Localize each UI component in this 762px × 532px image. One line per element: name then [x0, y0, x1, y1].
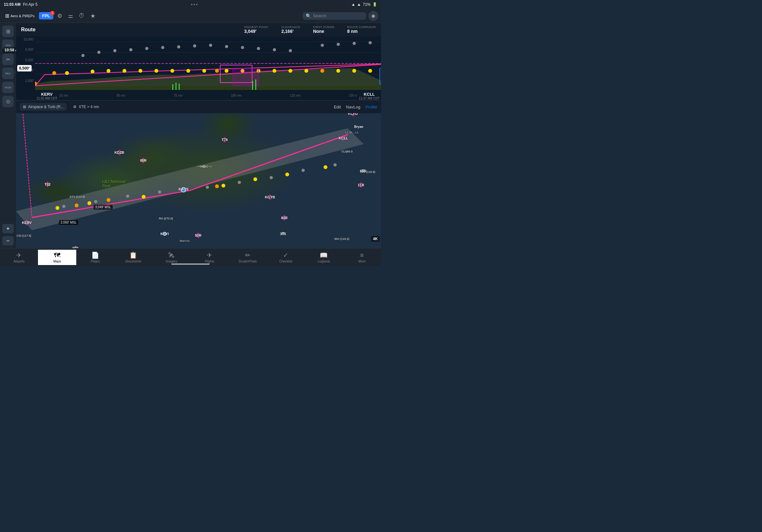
home-indicator [171, 263, 210, 265]
profile-button[interactable]: Profile [365, 104, 377, 109]
nav-documents[interactable]: 📋 Documents [114, 249, 152, 265]
zoom-in-button[interactable]: + [2, 224, 14, 233]
stat-first-strike-label: FIRST STRIKE [313, 26, 335, 29]
svg-point-71 [368, 69, 372, 73]
svg-point-41 [177, 45, 180, 48]
airport-t82[interactable]: T82 [45, 182, 49, 186]
edit-button[interactable]: Edit [334, 104, 341, 109]
svg-point-12 [269, 176, 273, 179]
y-label-8k: 8,000' [17, 48, 34, 51]
svg-point-42 [193, 44, 196, 47]
map[interactable]: ✈ 10:58 AM CDT KBBD KERV [0, 23, 381, 248]
layers-label: Aero & PIREPs [11, 14, 35, 18]
alt-label-1: 2,060' MSL [59, 220, 78, 225]
svg-point-44 [225, 45, 228, 48]
svg-point-16 [87, 201, 91, 205]
nav-airports[interactable]: ✈ Airports [0, 249, 38, 265]
sidebar-tools-button[interactable]: ✂ [2, 54, 14, 65]
svg-point-11 [238, 181, 241, 184]
sidebar-connect-icon: ⊙ [6, 99, 10, 104]
zoom-out-button[interactable]: − [2, 236, 14, 245]
airport-88r[interactable]: 88R [141, 159, 145, 162]
svg-point-63 [225, 69, 228, 73]
nav-scratchpads[interactable]: ✏ ScratchPads [228, 249, 267, 265]
nav-flights[interactable]: ✈ Flights [190, 249, 228, 265]
svg-rect-76 [233, 68, 259, 86]
compass-button[interactable]: ⊕ [368, 11, 378, 21]
airport-kdzb[interactable]: KDZB [117, 151, 121, 154]
svg-point-57 [122, 69, 126, 73]
sidebar-timer-label: 00:00 [5, 86, 11, 89]
route-panel: Route HIGHEST POINT 3,049' CLEARANCE 2,1… [16, 23, 381, 113]
maps-label: Maps [53, 260, 61, 263]
status-right: ▲ ▲ 71% 🔋 [351, 2, 377, 7]
airport-60r[interactable]: 60R [361, 169, 365, 172]
airport-3t5[interactable]: 3T5 [281, 232, 285, 235]
search-input[interactable] [313, 13, 361, 18]
nav-logbook[interactable]: 📖 Logbook [305, 249, 343, 265]
airspace-button[interactable]: ⊞ Airspace & Turb (R... [20, 103, 67, 111]
airport-50r[interactable]: 50R [196, 233, 200, 237]
nav-checklist[interactable]: ✓ Checklist [267, 249, 305, 265]
nav-maps[interactable]: 🗺 Maps [38, 250, 76, 265]
fpl-button[interactable]: FPL ! [39, 12, 53, 20]
filter-button[interactable]: ⚌ [66, 11, 75, 21]
svg-point-15 [55, 206, 59, 210]
settings-button[interactable]: ⚙ [55, 11, 64, 21]
radio-csi: CSI (117.5) [17, 234, 31, 237]
sidebar-layers-icon: ⊞ [6, 29, 10, 34]
airport-kaus[interactable]: KAUS [181, 187, 186, 192]
svg-point-51 [352, 42, 356, 45]
stat-route-corridor: ROUTE CORRIDOR 8 nm [347, 26, 376, 34]
nav-imagery[interactable]: 🛰 Imagery [153, 250, 190, 265]
imagery-label: Imagery [166, 260, 177, 263]
airport-84r[interactable]: 84R [282, 216, 286, 220]
svg-point-66 [272, 69, 276, 73]
kaus-label: KAUS [178, 187, 188, 191]
xte-label: XTE > 4 nm [79, 104, 99, 109]
svg-rect-81 [252, 81, 253, 90]
documents-icon: 📋 [129, 251, 137, 259]
profile-chart[interactable]: 10,000' 8,000' 6,000' 4,000' 2,000' [16, 36, 381, 100]
wifi-icon: ▲ [357, 2, 361, 7]
layers-button[interactable]: ⊞ Aero & PIREPs [3, 12, 37, 20]
kdzb-label: KDZB [114, 151, 124, 154]
alt-label-2: 3,049' MSL [94, 205, 113, 210]
svg-point-62 [202, 69, 206, 73]
search-icon: 🔍 [306, 13, 311, 19]
svg-point-14 [334, 163, 337, 166]
t74-label: T74 [222, 138, 228, 142]
sidebar-timer-button[interactable]: 00:00 [2, 82, 14, 93]
flights-icon: ✈ [207, 251, 212, 259]
airport-kgyb[interactable]: KGYB [268, 195, 272, 199]
svg-point-17 [142, 195, 145, 199]
altitude-box[interactable]: 6,500' [17, 65, 32, 71]
60r-label: 60R [360, 169, 366, 173]
xte-button[interactable]: ⚙ XTE > 4 nm [70, 103, 102, 111]
svg-rect-78 [172, 84, 173, 90]
sidebar-layers-button[interactable]: ⊞ [2, 26, 14, 37]
svg-point-48 [289, 49, 292, 52]
nav-more[interactable]: ≡ More [343, 250, 381, 265]
airport-kcll[interactable]: KCLL [342, 136, 345, 140]
sidebar-rec-label: REC [5, 72, 11, 75]
airport-11r[interactable]: 11R [359, 183, 363, 187]
fpl-badge: ! [50, 11, 54, 15]
svg-rect-80 [179, 84, 180, 90]
sidebar-connect-button[interactable]: ⊙ [2, 96, 14, 107]
imagery-icon: 🛰 [168, 252, 175, 259]
stat-first-strike: FIRST STRIKE None [313, 26, 335, 34]
bottom-nav: ✈ Airports 🗺 Maps 📄 Plates 📋 Documents 🛰… [0, 248, 381, 266]
svg-marker-31 [35, 86, 381, 90]
navlog-button[interactable]: NavLog [346, 104, 360, 109]
route-stats: HIGHEST POINT 3,049' CLEARANCE 2,166' FI… [48, 26, 376, 34]
nav-plates[interactable]: 📄 Plates [76, 249, 114, 265]
timer-button[interactable]: ⏱ [77, 11, 87, 21]
airport-kedc[interactable]: KEDC CWK (112.8) [203, 165, 206, 168]
airport-khyi[interactable]: KHYI [163, 232, 167, 236]
airport-kerv[interactable]: KERV [25, 221, 29, 225]
bookmark-button[interactable]: ★ [88, 11, 97, 21]
search-bar[interactable]: 🔍 [302, 12, 366, 20]
sidebar-rec-button[interactable]: REC [2, 68, 14, 79]
airport-t74[interactable]: T74 [223, 138, 227, 142]
